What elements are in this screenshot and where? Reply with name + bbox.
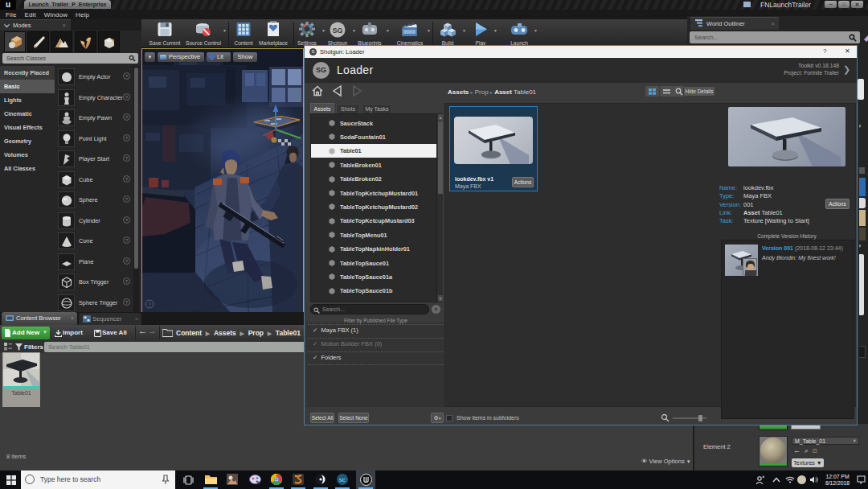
- svg-text:?: ?: [148, 302, 151, 307]
- svg-text:SG: SG: [332, 27, 342, 35]
- svg-text:SC: SC: [339, 478, 346, 483]
